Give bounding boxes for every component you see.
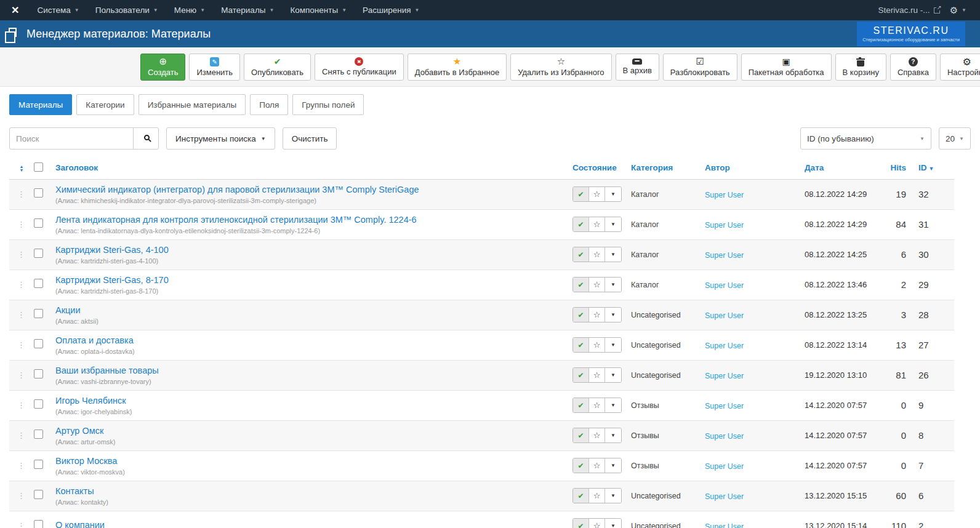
published-status-button[interactable]: ✔ [573,519,589,528]
drag-handle[interactable]: ⋮ [9,420,34,450]
drag-handle[interactable]: ⋮ [9,481,34,511]
toolbar-button[interactable]: Добавить в Избранное [408,54,507,81]
drag-handle[interactable]: ⋮ [9,511,34,528]
featured-toggle-button[interactable]: ☆ [589,308,605,322]
sort-order-select[interactable]: ID (по убыванию) ▼ [800,127,931,150]
header-title[interactable]: Заголовок [55,157,572,179]
status-dropdown-button[interactable]: ▼ [605,217,621,231]
header-category[interactable]: Категория [631,157,705,179]
ordering-sort-header[interactable]: ▲▼ [9,157,34,179]
drag-handle[interactable]: ⋮ [9,209,34,239]
select-all-checkbox[interactable] [34,162,43,172]
featured-toggle-button[interactable]: ☆ [589,398,605,412]
published-status-button[interactable]: ✔ [573,338,589,352]
author-link[interactable]: Super User [705,462,744,471]
row-checkbox[interactable] [34,279,43,288]
navbar-menu-item[interactable]: Система ▼ [29,0,87,20]
search-tools-button[interactable]: Инструменты поиска ▼ [166,127,275,150]
status-dropdown-button[interactable]: ▼ [605,338,621,352]
featured-toggle-button[interactable]: ☆ [589,247,605,262]
user-settings-menu[interactable]: ⚙ ▼ [950,5,966,16]
author-link[interactable]: Super User [705,372,744,380]
published-status-button[interactable]: ✔ [573,217,589,231]
article-title-link[interactable]: Картриджи Steri-Gas, 4-100 [55,245,169,255]
featured-toggle-button[interactable]: ☆ [589,338,605,352]
published-status-button[interactable]: ✔ [573,458,589,473]
header-status[interactable]: Состояние [572,157,631,179]
status-dropdown-button[interactable]: ▼ [605,278,621,292]
author-link[interactable]: Super User [705,342,744,350]
toolbar-button[interactable]: Изменить [189,54,240,81]
row-checkbox[interactable] [34,460,43,469]
status-dropdown-button[interactable]: ▼ [605,187,621,201]
article-title-link[interactable]: Виктор Москва [55,456,117,466]
toolbar-button[interactable]: Создать [140,54,185,81]
tab-item[interactable]: Избранные материалы [139,94,246,115]
status-dropdown-button[interactable]: ▼ [605,489,621,503]
toolbar-button[interactable]: Удалить из Избранного [510,54,611,81]
tab-item[interactable]: Категории [76,94,134,115]
published-status-button[interactable]: ✔ [573,398,589,412]
drag-handle[interactable]: ⋮ [9,390,34,420]
drag-handle[interactable]: ⋮ [9,360,34,390]
author-link[interactable]: Super User [705,432,744,441]
status-dropdown-button[interactable]: ▼ [605,308,621,322]
article-title-link[interactable]: О компании [55,520,105,528]
published-status-button[interactable]: ✔ [573,489,589,503]
toolbar-button[interactable]: Пакетная обработка [741,54,832,81]
published-status-button[interactable]: ✔ [573,368,589,382]
row-checkbox[interactable] [34,309,43,318]
article-title-link[interactable]: Химический индикатор (интегратор) для па… [55,185,419,194]
published-status-button[interactable]: ✔ [573,247,589,262]
status-dropdown-button[interactable]: ▼ [605,368,621,382]
toolbar-button[interactable]: Опубликовать [244,54,311,81]
status-dropdown-button[interactable]: ▼ [605,428,621,442]
header-hits[interactable]: Hits [886,157,918,179]
author-link[interactable]: Super User [705,492,744,501]
row-checkbox[interactable] [34,249,43,258]
drag-handle[interactable]: ⋮ [9,330,34,360]
row-checkbox[interactable] [34,520,43,528]
author-link[interactable]: Super User [705,402,744,410]
search-button[interactable] [133,127,159,150]
header-date[interactable]: Дата [797,157,886,179]
featured-toggle-button[interactable]: ☆ [589,489,605,503]
tab-active[interactable]: Материалы [9,94,72,115]
featured-toggle-button[interactable]: ☆ [589,519,605,528]
status-dropdown-button[interactable]: ▼ [605,458,621,473]
navbar-menu-item[interactable]: Пользователи ▼ [87,0,166,20]
toolbar-button[interactable]: Настройки [940,54,980,81]
author-link[interactable]: Super User [705,191,744,199]
author-link[interactable]: Super User [705,311,744,320]
toolbar-button[interactable]: В архив [616,54,659,81]
author-link[interactable]: Super User [705,251,744,260]
toolbar-button[interactable]: Разблокировать [663,54,737,81]
row-checkbox[interactable] [34,430,43,439]
row-checkbox[interactable] [34,490,43,499]
article-title-link[interactable]: Ваши избранные товары [55,366,159,375]
drag-handle[interactable]: ⋮ [9,270,34,300]
header-id[interactable]: ID▼ [918,157,954,179]
featured-toggle-button[interactable]: ☆ [589,217,605,231]
tab-item[interactable]: Поля [250,94,288,115]
article-title-link[interactable]: Артур Омск [55,426,103,436]
status-dropdown-button[interactable]: ▼ [605,398,621,412]
article-title-link[interactable]: Контакты [55,486,94,496]
site-preview-link[interactable]: Sterivac.ru -... [878,6,940,15]
drag-handle[interactable]: ⋮ [9,300,34,330]
drag-handle[interactable]: ⋮ [9,239,34,270]
navbar-menu-item[interactable]: Материалы ▼ [213,0,282,20]
clear-button[interactable]: Очистить [283,127,337,150]
navbar-menu-item[interactable]: Расширения ▼ [355,0,427,20]
row-checkbox[interactable] [34,399,43,409]
toolbar-button[interactable]: В корзину [835,54,886,81]
author-link[interactable]: Super User [705,221,744,230]
featured-toggle-button[interactable]: ☆ [589,278,605,292]
published-status-button[interactable]: ✔ [573,278,589,292]
featured-toggle-button[interactable]: ☆ [589,428,605,442]
drag-handle[interactable]: ⋮ [9,179,34,209]
tab-item[interactable]: Группы полей [292,94,364,115]
drag-handle[interactable]: ⋮ [9,450,34,481]
status-dropdown-button[interactable]: ▼ [605,519,621,528]
article-title-link[interactable]: Игорь Челябинск [55,396,126,406]
